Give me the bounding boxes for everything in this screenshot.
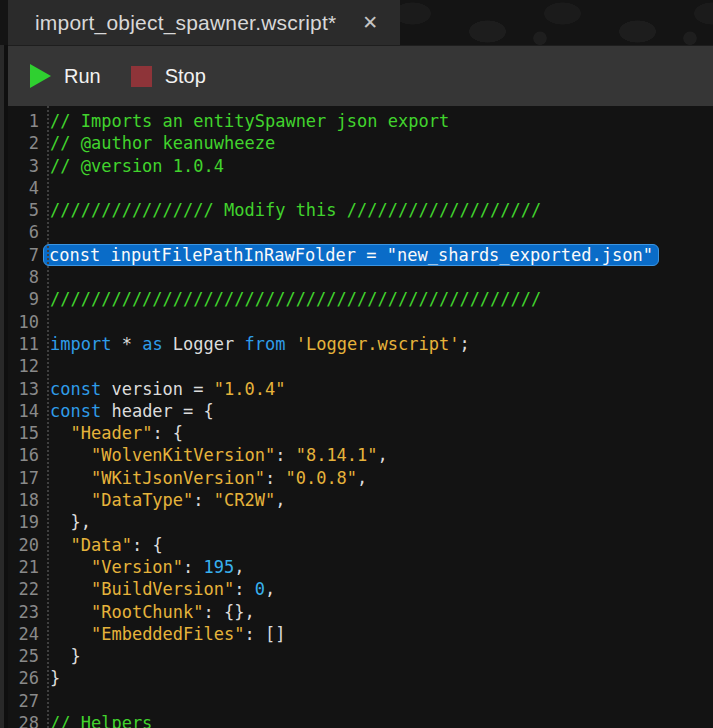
code-token: ; [459, 334, 469, 354]
code-token: "new_shards_exported.json" [387, 245, 653, 265]
code-line[interactable]: "BuildVersion": 0, [50, 578, 713, 600]
line-number: 27 [8, 690, 50, 712]
code-token: "WolvenKitVersion" [91, 445, 275, 465]
code-token [50, 468, 91, 488]
line-number: 23 [8, 601, 50, 623]
code-line[interactable] [50, 177, 713, 199]
code-row: 14const header = { [8, 400, 713, 422]
code-token [50, 490, 91, 510]
line-number: 25 [8, 645, 50, 667]
line-number: 21 [8, 556, 50, 578]
code-token: // Helpers [50, 713, 152, 728]
code-token: 'Logger.wscript' [296, 334, 460, 354]
line-number: 26 [8, 667, 50, 689]
code-line[interactable] [50, 311, 713, 333]
code-line[interactable] [50, 266, 713, 288]
code-row: 16 "WolvenKitVersion": "8.14.1", [8, 444, 713, 466]
tab-close-icon[interactable]: ✕ [360, 11, 380, 34]
code-token [50, 445, 91, 465]
code-row: 28// Helpers [8, 712, 713, 728]
code-token: : [265, 468, 285, 488]
code-row: 27 [8, 690, 713, 712]
code-token: as [142, 334, 162, 354]
code-token: * [111, 334, 142, 354]
code-token: , [378, 445, 388, 465]
code-line[interactable]: "DataType": "CR2W", [50, 489, 713, 511]
script-toolbar: Run Stop [8, 45, 713, 106]
line-number: 4 [8, 177, 50, 199]
code-token: // @version 1.0.4 [50, 156, 224, 176]
code-token: : [] [244, 624, 285, 644]
code-token: , [234, 557, 244, 577]
code-line[interactable]: ////////////////////////////////////////… [50, 288, 713, 310]
line-number: 8 [8, 266, 50, 288]
run-icon [30, 64, 51, 88]
code-line[interactable]: const header = { [50, 400, 713, 422]
run-label: Run [64, 65, 101, 88]
code-token: }, [50, 512, 91, 532]
code-token: "EmbeddedFiles" [91, 624, 245, 644]
line-number: 24 [8, 623, 50, 645]
code-line[interactable]: const version = "1.0.4" [50, 378, 713, 400]
tab-import-object-spawner[interactable]: import_object_spawner.wscript* ✕ [8, 0, 400, 45]
code-token: "Version" [91, 557, 183, 577]
code-line[interactable]: "WolvenKitVersion": "8.14.1", [50, 444, 713, 466]
code-line[interactable]: // Helpers [50, 712, 713, 728]
code-line[interactable]: // @version 1.0.4 [50, 155, 713, 177]
code-row: 12 [8, 355, 713, 377]
code-token: Logger [163, 334, 245, 354]
code-line[interactable] [50, 690, 713, 712]
line-number: 14 [8, 400, 50, 422]
code-line[interactable]: const inputFilePathInRawFolder = "new_sh… [50, 244, 713, 266]
code-line[interactable]: //////////////// Modify this ///////////… [50, 199, 713, 221]
code-token: "Header" [70, 423, 152, 443]
code-token: "Data" [70, 535, 131, 555]
code-token: const [50, 401, 101, 421]
code-token: : { [152, 423, 183, 443]
code-line[interactable] [50, 221, 713, 243]
code-token: "BuildVersion" [91, 579, 234, 599]
code-line[interactable]: } [50, 667, 713, 689]
code-line[interactable]: "WKitJsonVersion": "0.0.8", [50, 467, 713, 489]
line-number: 12 [8, 355, 50, 377]
code-token: : { [132, 535, 163, 555]
code-token: "RootChunk" [91, 602, 204, 622]
code-token: } [50, 668, 60, 688]
code-row: 24 "EmbeddedFiles": [] [8, 623, 713, 645]
code-line[interactable]: "RootChunk": {}, [50, 601, 713, 623]
code-token: , [357, 468, 367, 488]
code-line[interactable] [50, 355, 713, 377]
code-line[interactable]: "EmbeddedFiles": [] [50, 623, 713, 645]
code-line[interactable]: import * as Logger from 'Logger.wscript'… [50, 333, 713, 355]
line-number: 18 [8, 489, 50, 511]
code-token: "WKitJsonVersion" [91, 468, 265, 488]
code-token [50, 579, 91, 599]
line-number: 11 [8, 333, 50, 355]
run-button[interactable]: Run [30, 64, 101, 88]
code-token: // Imports an entitySpawner json export [50, 111, 449, 131]
selected-text[interactable]: const inputFilePathInRawFolder = "new_sh… [43, 244, 659, 266]
line-number: 5 [8, 199, 50, 221]
code-row: 19 }, [8, 511, 713, 533]
line-number: 17 [8, 467, 50, 489]
code-token: header = { [101, 401, 214, 421]
stop-button[interactable]: Stop [131, 65, 206, 88]
code-line[interactable]: // Imports an entitySpawner json export [50, 110, 713, 132]
code-line[interactable]: "Version": 195, [50, 556, 713, 578]
code-token: import [50, 334, 111, 354]
code-row: 13const version = "1.0.4" [8, 378, 713, 400]
code-line[interactable]: "Data": { [50, 534, 713, 556]
code-line[interactable]: }, [50, 511, 713, 533]
code-token: "8.14.1" [296, 445, 378, 465]
code-editor[interactable]: 1// Imports an entitySpawner json export… [8, 106, 713, 728]
code-token [50, 535, 70, 555]
code-token: //////////////// Modify this ///////////… [50, 200, 541, 220]
code-line[interactable]: } [50, 645, 713, 667]
code-token: , [265, 579, 275, 599]
code-line[interactable]: // @author keanuwheeze [50, 132, 713, 154]
code-token [50, 624, 91, 644]
code-row: 5//////////////// Modify this //////////… [8, 199, 713, 221]
code-token: : [193, 490, 213, 510]
code-line[interactable]: "Header": { [50, 422, 713, 444]
line-number: 1 [8, 110, 50, 132]
